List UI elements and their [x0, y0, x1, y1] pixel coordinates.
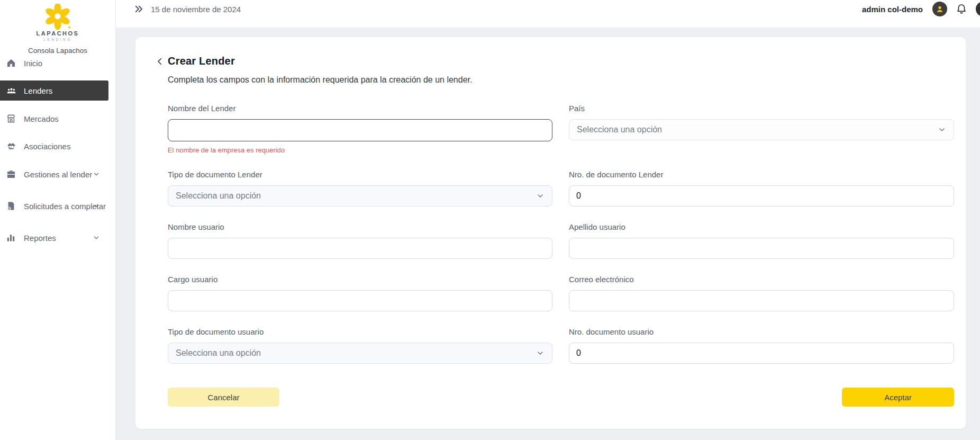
- field-lender-doc-number: Nro. de documento Lender: [569, 170, 954, 206]
- main-content-area: Crear Lender Completa los campos con la …: [116, 28, 980, 440]
- field-country: País Selecciona una opción: [569, 104, 954, 154]
- create-lender-card: Crear Lender Completa los campos con la …: [135, 37, 966, 429]
- user-role-label: Cargo usuario: [168, 275, 552, 284]
- clipboard-check-icon: [6, 201, 17, 212]
- field-user-doc-number: Nro. documento usuario: [569, 327, 954, 364]
- create-lender-form: Nombre del Lender El nombre de la empres…: [168, 104, 954, 364]
- accept-button[interactable]: Aceptar: [842, 388, 954, 407]
- chevron-down-icon: [93, 202, 100, 212]
- page-title: Crear Lender: [168, 55, 235, 67]
- user-first-name-input[interactable]: [168, 238, 552, 259]
- field-user-last-name: Apellido usuario: [569, 222, 954, 259]
- sidebar-item-label: Lenders: [24, 86, 52, 95]
- user-doc-type-placeholder: Selecciona una opción: [176, 348, 261, 358]
- briefcase-icon: [6, 169, 17, 180]
- user-email-input[interactable]: [569, 290, 954, 311]
- chevron-down-icon: [536, 349, 545, 357]
- lender-name-label: Nombre del Lender: [168, 104, 552, 113]
- sidebar-item-asociaciones[interactable]: Asociaciones: [0, 136, 108, 156]
- sidebar-expand-icon[interactable]: [134, 4, 143, 14]
- country-select-placeholder: Selecciona una opción: [577, 125, 662, 134]
- lender-name-error: El nombre de la empresa es requerido: [168, 146, 552, 154]
- chevron-down-icon: [93, 234, 100, 244]
- person-icon: [935, 4, 945, 14]
- sidebar-item-solicitudes-a-completar[interactable]: Solicitudes a completar: [0, 196, 108, 216]
- user-first-name-label: Nombre usuario: [168, 222, 552, 231]
- form-actions: Cancelar Aceptar: [168, 388, 954, 407]
- lapachos-flower-icon: [43, 4, 72, 31]
- user-last-name-input[interactable]: [569, 238, 954, 259]
- bar-chart-icon: [6, 232, 17, 244]
- sidebar: LAPACHOS LENDING Consola Lapachos Inicio…: [0, 0, 116, 440]
- sidebar-item-lenders[interactable]: Lenders: [0, 80, 108, 101]
- sidebar-item-mercados[interactable]: Mercados: [0, 109, 108, 129]
- sidebar-item-label: Inicio: [24, 59, 42, 68]
- sidebar-item-gestiones-al-lender[interactable]: Gestiones al lender: [0, 164, 108, 184]
- user-doc-type-select[interactable]: Selecciona una opción: [168, 343, 552, 364]
- settings-cutoff-icon[interactable]: [976, 2, 980, 16]
- lender-doc-number-input[interactable]: [569, 185, 954, 206]
- page-subtitle: Completa los campos con la información r…: [168, 75, 954, 85]
- field-user-first-name: Nombre usuario: [168, 222, 552, 259]
- user-doc-number-input[interactable]: [569, 343, 954, 364]
- sidebar-item-label: Reportes: [24, 234, 56, 243]
- lender-doc-type-placeholder: Selecciona una opción: [176, 191, 261, 201]
- lender-doc-type-select[interactable]: Selecciona una opción: [168, 185, 552, 206]
- notifications-bell-icon[interactable]: [956, 3, 967, 15]
- home-icon: [6, 58, 17, 69]
- user-role-input[interactable]: [168, 290, 552, 311]
- brand-logo: LAPACHOS LENDING Consola Lapachos: [0, 0, 115, 55]
- country-select[interactable]: Selecciona una opción: [569, 119, 954, 140]
- cancel-button[interactable]: Cancelar: [168, 388, 279, 407]
- user-doc-type-label: Tipo de documento usuario: [168, 327, 552, 336]
- sidebar-item-label: Gestiones al lender: [24, 170, 92, 179]
- lender-doc-type-label: Tipo de documento Lender: [168, 170, 552, 179]
- handshake-icon: [6, 141, 17, 152]
- username-label: admin col-demo: [862, 5, 923, 14]
- chevron-down-icon: [536, 192, 545, 200]
- user-last-name-label: Apellido usuario: [569, 222, 954, 231]
- lender-name-input[interactable]: [168, 119, 552, 141]
- field-lender-name: Nombre del Lender El nombre de la empres…: [168, 104, 552, 154]
- back-button[interactable]: [155, 56, 166, 67]
- sidebar-item-label: Asociaciones: [24, 142, 70, 151]
- field-user-role: Cargo usuario: [168, 275, 552, 311]
- sidebar-item-inicio[interactable]: Inicio: [0, 53, 108, 73]
- user-avatar[interactable]: [932, 2, 947, 16]
- sidebar-item-label: Mercados: [24, 114, 59, 123]
- people-group-icon: [6, 85, 17, 96]
- user-email-label: Correo electrónico: [569, 275, 954, 284]
- user-doc-number-label: Nro. documento usuario: [569, 327, 954, 336]
- field-lender-doc-type: Tipo de documento Lender Selecciona una …: [168, 170, 552, 206]
- topbar: 15 de noviembre de 2024 admin col-demo: [116, 0, 980, 28]
- field-user-email: Correo electrónico: [569, 275, 954, 311]
- country-label: País: [569, 104, 954, 113]
- chevron-down-icon: [93, 170, 100, 180]
- storefront-icon: [6, 113, 17, 124]
- current-date: 15 de noviembre de 2024: [151, 5, 241, 14]
- brand-tagline: LENDING: [0, 38, 115, 41]
- sidebar-item-reportes[interactable]: Reportes: [0, 228, 108, 248]
- brand-name: LAPACHOS: [0, 30, 115, 37]
- chevron-left-icon: [155, 57, 165, 66]
- field-user-doc-type: Tipo de documento usuario Selecciona una…: [168, 327, 552, 364]
- chevron-down-icon: [938, 125, 946, 134]
- lender-doc-number-label: Nro. de documento Lender: [569, 170, 954, 179]
